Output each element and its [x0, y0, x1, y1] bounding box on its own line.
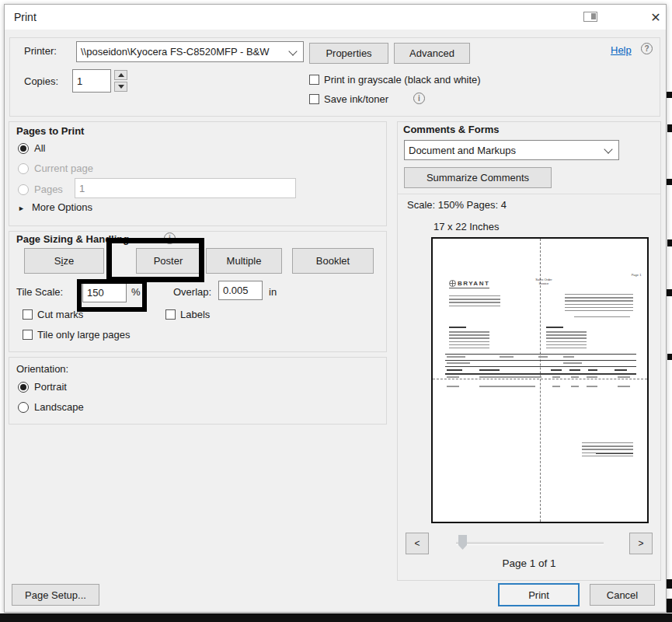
- doc-table-cell: [447, 356, 465, 358]
- properties-button[interactable]: Properties: [309, 43, 388, 64]
- cancel-button[interactable]: Cancel: [590, 584, 655, 606]
- page-setup-button[interactable]: Page Setup...: [12, 584, 99, 606]
- portrait-radio[interactable]: [18, 382, 29, 393]
- size-label-part: S: [54, 255, 61, 267]
- printer-value: \\poseidon\Kyocera FS-C8520MFP - B&W: [81, 46, 270, 58]
- doc-order-info-lines: [565, 294, 633, 311]
- doc-table-cell: [500, 356, 514, 358]
- close-icon[interactable]: ✕: [647, 9, 664, 26]
- doc-brand-text: BRYANT: [458, 280, 489, 287]
- page-slider-handle[interactable]: [458, 535, 467, 550]
- help-icon[interactable]: ?: [641, 43, 653, 54]
- doc-brand-logo: BRYANT: [449, 280, 489, 288]
- background-fragment: [667, 289, 672, 296]
- doc-billto-lines: [449, 331, 489, 348]
- scale-info: Scale: 150% Pages: 4: [407, 199, 507, 211]
- cut-marks-label: Cut marks: [37, 309, 83, 321]
- doc-table-rule: [445, 366, 636, 367]
- doc-shipto-header: [546, 327, 563, 328]
- doc-item-cell: [479, 376, 541, 378]
- overlap-input[interactable]: 0.005: [218, 281, 263, 300]
- doc-table-rule: [445, 354, 636, 355]
- copies-input[interactable]: 1: [72, 69, 111, 93]
- orientation-header: Orientation:: [16, 363, 68, 376]
- doc-ship-date-line: [574, 316, 630, 320]
- doc-item-cell: [552, 376, 560, 378]
- size-label-part: ze: [63, 255, 74, 267]
- background-fragment: [667, 179, 672, 185]
- overlap-unit: in: [269, 286, 277, 299]
- doc-item-cell: [618, 386, 630, 387]
- doc-item-cell: [447, 376, 459, 378]
- arrow-down-icon: [118, 85, 124, 89]
- tile-cut-line-horizontal: [433, 379, 647, 379]
- pages-to-print-header: Pages to Print: [16, 125, 84, 138]
- doc-col-header: [447, 369, 462, 371]
- pages-label: Pages: [34, 183, 63, 196]
- previous-page-button[interactable]: <: [406, 533, 429, 554]
- tile-scale-label: Tile Scale:: [16, 286, 63, 299]
- doc-table-cell: [563, 362, 582, 364]
- doc-table-rule: [445, 373, 636, 375]
- arrow-up-icon: [118, 73, 124, 77]
- doc-item-cell: [618, 376, 630, 378]
- background-fragment: [667, 579, 672, 589]
- poster-button[interactable]: Poster: [136, 248, 200, 274]
- doc-item-cell: [587, 386, 597, 387]
- page-size-info: 17 x 22 Inches: [433, 221, 500, 233]
- window-icon: [583, 12, 597, 22]
- printer-label: Printer:: [24, 45, 57, 58]
- size-button[interactable]: Size: [24, 248, 104, 274]
- copies-up-button[interactable]: [114, 70, 127, 80]
- doc-item-cell: [479, 386, 535, 387]
- doc-page-number: Page 1: [631, 273, 641, 277]
- multiple-button[interactable]: Multiple: [206, 248, 282, 274]
- page-slider-track[interactable]: [456, 542, 604, 545]
- expander-arrow-icon[interactable]: ►: [18, 202, 25, 215]
- doc-shipto-lines: [546, 331, 587, 348]
- portrait-label: Portrait: [34, 381, 67, 393]
- current-page-radio[interactable]: [18, 163, 29, 174]
- overlap-label: Overlap:: [173, 286, 211, 299]
- page-indicator: Page 1 of 1: [398, 557, 660, 569]
- all-radio[interactable]: [18, 143, 29, 154]
- doc-item-cell: [552, 386, 560, 387]
- printer-select[interactable]: \\poseidon\Kyocera FS-C8520MFP - B&W: [76, 41, 304, 62]
- info-icon: i: [164, 232, 176, 244]
- labels-label: Labels: [180, 309, 210, 321]
- comments-forms-select[interactable]: Document and Markups: [404, 140, 619, 160]
- tile-scale-input[interactable]: 150: [82, 282, 127, 302]
- doc-billto-header: [449, 327, 466, 328]
- preview-panel: Document and Markups Summarize Comments …: [397, 121, 661, 581]
- next-page-button[interactable]: >: [629, 533, 653, 554]
- save-ink-checkbox[interactable]: [309, 94, 319, 104]
- cut-marks-checkbox[interactable]: [23, 309, 33, 320]
- background-fragment: [667, 354, 672, 360]
- doc-address-lines: [449, 295, 500, 309]
- copies-label: Copies:: [24, 75, 58, 88]
- print-button[interactable]: Print: [498, 583, 580, 606]
- advanced-button[interactable]: Advanced: [394, 43, 470, 64]
- summarize-comments-button[interactable]: Summarize Comments: [404, 167, 552, 188]
- doc-col-header: [615, 369, 627, 371]
- grayscale-checkbox[interactable]: [309, 75, 319, 85]
- tile-only-checkbox[interactable]: [23, 330, 33, 340]
- doc-item-cell: [571, 386, 579, 387]
- divider: [398, 194, 660, 194]
- doc-title-line: Invoice: [531, 281, 558, 285]
- info-icon: i: [413, 93, 425, 104]
- doc-totals-lines: [582, 442, 633, 458]
- grayscale-label: Print in grayscale (black and white): [324, 74, 481, 86]
- more-options-link[interactable]: More Options: [32, 201, 92, 214]
- copies-down-button[interactable]: [114, 82, 127, 92]
- all-label: All: [34, 142, 45, 155]
- doc-col-header: [588, 369, 597, 371]
- background-document-edge: [0, 613, 672, 622]
- help-link[interactable]: Help: [611, 44, 632, 56]
- pages-radio[interactable]: [18, 184, 29, 195]
- labels-checkbox[interactable]: [165, 309, 176, 320]
- landscape-radio[interactable]: [18, 402, 29, 413]
- doc-col-header: [569, 369, 580, 371]
- booklet-button[interactable]: Booklet: [292, 248, 374, 274]
- pages-input[interactable]: 1: [75, 178, 296, 198]
